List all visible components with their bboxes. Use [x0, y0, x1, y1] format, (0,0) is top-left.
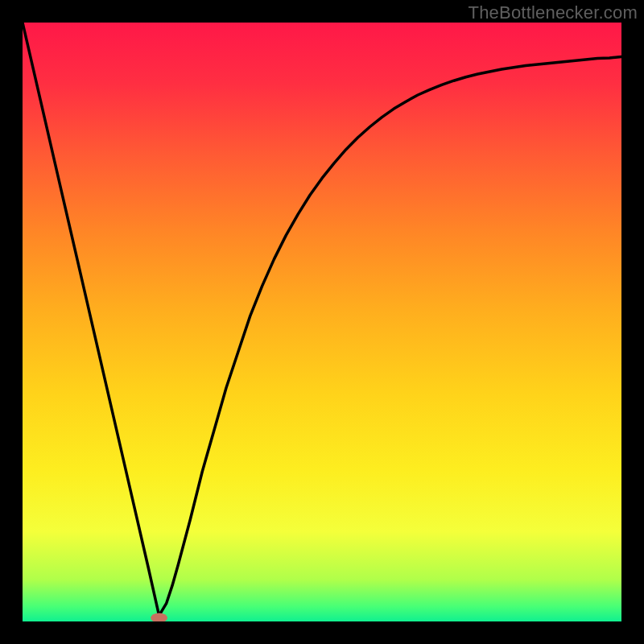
- chart-frame: [23, 23, 621, 621]
- watermark-text: TheBottlenecker.com: [469, 2, 638, 23]
- gradient-background: [23, 23, 621, 621]
- bottleneck-chart: [23, 23, 621, 621]
